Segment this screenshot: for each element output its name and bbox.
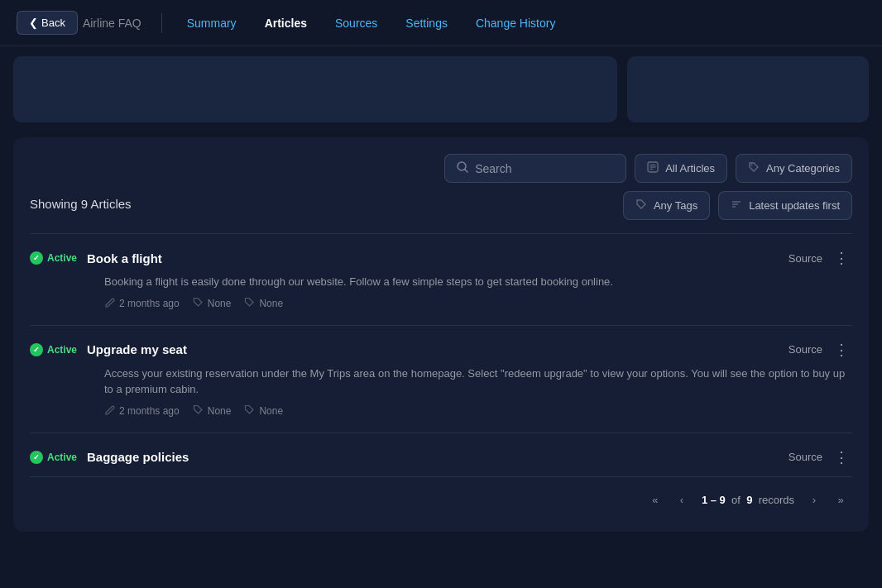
article-2-left: Active Upgrade my seat: [30, 342, 187, 356]
any-tags-label: Any Tags: [654, 199, 697, 212]
search-placeholder: Search: [475, 162, 511, 175]
article-item: Active Upgrade my seat Source ⋮ Access y…: [30, 325, 852, 433]
tag-icon-2: [193, 404, 204, 418]
meta-updated-2: 2 months ago: [104, 404, 180, 418]
article-2-right: Source ⋮: [789, 341, 852, 359]
tag2-label-2: None: [259, 405, 283, 417]
more-menu-button-3[interactable]: ⋮: [831, 448, 852, 466]
tag2-icon-2: [244, 404, 255, 418]
tag1-label-1: None: [208, 298, 232, 309]
tab-summary[interactable]: Summary: [175, 12, 248, 35]
more-menu-button-2[interactable]: ⋮: [831, 341, 852, 359]
tag1-label-2: None: [208, 405, 232, 417]
status-label-2: Active: [47, 344, 77, 356]
chevron-left-icon: ❮: [29, 17, 38, 29]
breadcrumb: Airline FAQ: [83, 17, 141, 30]
tab-sources[interactable]: Sources: [324, 12, 389, 35]
range-start: 1: [702, 494, 707, 506]
tab-change-history[interactable]: Change History: [464, 12, 568, 35]
status-label-3: Active: [47, 452, 77, 463]
status-badge-2: Active: [30, 343, 77, 356]
article-desc-2: Access your existing reservation under t…: [30, 366, 852, 398]
header-area: Showing 9 Articles Search: [30, 154, 852, 220]
article-3-right: Source ⋮: [789, 448, 852, 466]
main-content: Showing 9 Articles Search: [13, 137, 869, 532]
back-label: Back: [41, 17, 65, 29]
article-item: Active Book a flight Source ⋮ Booking a …: [30, 233, 852, 325]
meta-tag1-1: None: [193, 297, 232, 310]
page-range: 1 – 9: [702, 494, 729, 506]
article-3-left: Active Baggage policies: [30, 450, 189, 464]
sort-icon: [731, 198, 742, 213]
meta-tag1-2: None: [193, 404, 232, 418]
tag2-icon: [635, 198, 647, 213]
article-2-header: Active Upgrade my seat Source ⋮: [30, 341, 852, 359]
article-title-2[interactable]: Upgrade my seat: [87, 342, 187, 356]
header-left: Showing 9 Articles: [30, 154, 132, 211]
header-right: Search All Articles: [444, 154, 852, 220]
any-tags-filter[interactable]: Any Tags: [623, 191, 710, 220]
search-box[interactable]: Search: [444, 154, 626, 183]
pencil-icon-2: [104, 404, 115, 418]
article-1-left: Active Book a flight: [30, 251, 162, 265]
records-label: records: [759, 494, 794, 506]
sort-label: Latest updates first: [749, 199, 840, 212]
article-3-header: Active Baggage policies Source ⋮: [30, 448, 852, 466]
status-label-1: Active: [47, 252, 77, 264]
of-label: of: [731, 494, 741, 506]
meta-tag2-2: None: [244, 404, 283, 418]
back-button[interactable]: ❮ Back: [17, 11, 78, 35]
last-page-button[interactable]: »: [829, 489, 852, 512]
sort-filter[interactable]: Latest updates first: [718, 191, 852, 220]
top-nav: ❮ Back Airline FAQ Summary Articles Sour…: [0, 0, 882, 46]
filter-line-1: Search All Articles: [444, 154, 852, 183]
nav-divider: [161, 13, 162, 33]
page-info: 1 – 9 of 9 records: [702, 494, 794, 506]
tag2-icon-1: [244, 297, 255, 310]
updated-label-1: 2 months ago: [119, 298, 180, 309]
next-page-button[interactable]: ›: [803, 489, 826, 512]
any-categories-label: Any Categories: [766, 162, 840, 174]
first-page-button[interactable]: «: [644, 489, 667, 512]
svg-line-1: [465, 170, 467, 172]
tag-icon: [748, 161, 760, 175]
right-card: [627, 56, 869, 122]
total-count: 9: [746, 494, 752, 506]
any-categories-filter[interactable]: Any Categories: [736, 154, 852, 183]
source-button-1[interactable]: Source: [789, 252, 822, 265]
updated-label-2: 2 months ago: [119, 405, 180, 417]
article-1-header: Active Book a flight Source ⋮: [30, 249, 852, 267]
tag-icon-1: [193, 297, 204, 310]
search-icon: [457, 161, 468, 175]
left-card: [13, 56, 617, 122]
pencil-icon-1: [104, 297, 115, 310]
pagination: « ‹ 1 – 9 of 9 records › »: [30, 476, 852, 515]
prev-page-button[interactable]: ‹: [670, 489, 693, 512]
all-articles-label: All Articles: [665, 162, 715, 174]
status-dot-1: [30, 251, 43, 265]
top-cards-row: [0, 46, 882, 137]
article-item: Active Baggage policies Source ⋮: [30, 433, 852, 473]
meta-updated-1: 2 months ago: [104, 297, 180, 310]
source-button-2[interactable]: Source: [789, 343, 822, 356]
all-articles-filter[interactable]: All Articles: [635, 154, 727, 183]
article-meta-1: 2 months ago None None: [30, 297, 852, 310]
tab-settings[interactable]: Settings: [394, 12, 459, 35]
meta-tag2-1: None: [244, 297, 283, 310]
article-meta-2: 2 months ago None None: [30, 404, 852, 418]
article-1-right: Source ⋮: [789, 249, 852, 267]
article-desc-1: Booking a flight is easily done through …: [30, 274, 852, 290]
source-button-3[interactable]: Source: [789, 451, 822, 463]
tab-articles[interactable]: Articles: [253, 12, 319, 35]
article-title-3[interactable]: Baggage policies: [87, 450, 189, 464]
article-title-1[interactable]: Book a flight: [87, 251, 162, 265]
more-menu-button-1[interactable]: ⋮: [831, 249, 852, 267]
svg-point-6: [751, 165, 753, 166]
tag2-label-1: None: [259, 298, 283, 309]
status-dot-2: [30, 343, 43, 356]
articles-icon: [647, 161, 659, 175]
status-badge-1: Active: [30, 251, 77, 265]
filter-line-2: Any Tags Latest updates first: [444, 191, 852, 220]
status-badge-3: Active: [30, 451, 77, 464]
range-end: 9: [720, 494, 726, 506]
